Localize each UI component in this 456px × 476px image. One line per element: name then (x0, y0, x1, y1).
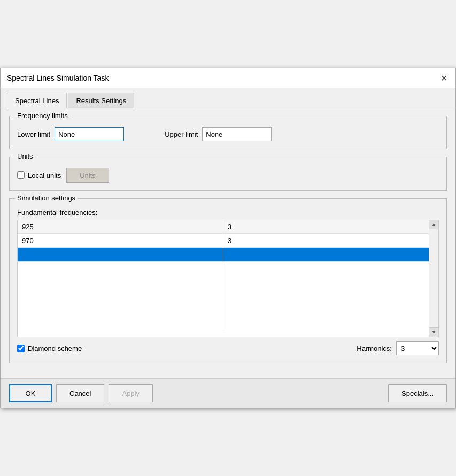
ok-button[interactable]: OK (9, 384, 52, 402)
harmonics-cell-empty (223, 248, 429, 262)
specials-button[interactable]: Specials... (388, 384, 447, 402)
tab-content: Frequency limits Lower limit Upper limit… (1, 108, 455, 378)
table-row-empty[interactable] (18, 262, 429, 331)
footer: OK Cancel Apply Specials... (1, 378, 455, 408)
local-units-checkbox[interactable] (17, 171, 25, 179)
harmonics-cell: 3 (223, 234, 429, 248)
tab-bar: Spectral Lines Results Settings (1, 88, 455, 108)
diamond-scheme-label[interactable]: Diamond scheme (17, 345, 82, 353)
frequency-limits-group: Frequency limits Lower limit Upper limit (9, 116, 447, 149)
harmonics-label: Harmonics: (357, 345, 392, 353)
frequency-table-scroll: 925 3 970 3 (18, 220, 429, 337)
harmonics-row: Harmonics: 1 2 3 4 5 (357, 341, 439, 355)
table-row[interactable]: 970 3 (18, 234, 429, 248)
tab-spectral-lines[interactable]: Spectral Lines (7, 93, 67, 108)
scrollbar: ▲ ▼ (429, 220, 438, 337)
freq-cell: 925 (18, 220, 223, 234)
cancel-button[interactable]: Cancel (56, 384, 104, 402)
table-row[interactable]: 925 3 (18, 220, 429, 234)
lower-limit-input[interactable] (55, 127, 124, 141)
tab-results-settings[interactable]: Results Settings (68, 93, 134, 108)
fundamental-frequencies-label: Fundamental frequencies: (17, 208, 439, 216)
local-units-label: Local units (28, 171, 61, 180)
diamond-scheme-checkbox[interactable] (17, 345, 25, 352)
frequency-limits-row: Lower limit Upper limit (17, 127, 439, 141)
lower-limit-label: Lower limit (17, 130, 50, 138)
dialog: Spectral Lines Simulation Task ✕ Spectra… (0, 68, 456, 408)
empty-cell (18, 262, 223, 331)
units-row: Local units Units (17, 168, 439, 183)
empty-cell (223, 262, 429, 331)
simulation-bottom-row: Diamond scheme Harmonics: 1 2 3 4 5 (17, 341, 439, 355)
harmonics-select[interactable]: 1 2 3 4 5 (396, 341, 439, 355)
harmonics-cell: 3 (223, 220, 429, 234)
diamond-scheme-text: Diamond scheme (28, 345, 82, 353)
freq-cell: 970 (18, 234, 223, 248)
close-button[interactable]: ✕ (438, 73, 449, 83)
scroll-up-button[interactable]: ▲ (429, 220, 438, 229)
units-title: Units (15, 152, 35, 160)
apply-button[interactable]: Apply (109, 384, 153, 402)
title-bar: Spectral Lines Simulation Task ✕ (1, 68, 455, 88)
units-button[interactable]: Units (66, 168, 109, 183)
units-group: Units Local units Units (9, 157, 447, 191)
dialog-title: Spectral Lines Simulation Task (7, 74, 109, 82)
upper-limit-input[interactable] (202, 127, 272, 141)
frequency-table: 925 3 970 3 (18, 220, 429, 331)
simulation-settings-group: Simulation settings Fundamental frequenc… (9, 198, 447, 363)
freq-cell-empty (18, 248, 223, 262)
simulation-settings-title: Simulation settings (15, 194, 78, 202)
table-row-selected[interactable] (18, 248, 429, 262)
scroll-down-button[interactable]: ▼ (429, 327, 438, 337)
local-units-checkbox-label[interactable]: Local units (17, 171, 61, 180)
upper-limit-label: Upper limit (165, 130, 198, 138)
frequency-table-container: 925 3 970 3 (17, 220, 439, 337)
frequency-limits-title: Frequency limits (15, 112, 70, 120)
